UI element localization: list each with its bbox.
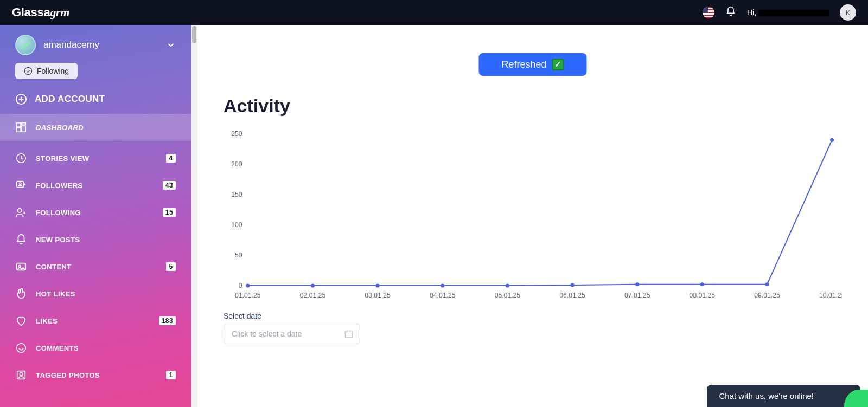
sidebar-item-content[interactable]: CONTENT5: [0, 253, 191, 280]
following-status-label: Following: [37, 67, 69, 75]
svg-point-10: [19, 183, 21, 185]
greeting-text: Hi,: [747, 8, 829, 17]
brand-logo: Glassagrm: [12, 5, 69, 20]
refreshed-toast: Refreshed ✓: [478, 53, 586, 76]
following-icon: [15, 206, 27, 218]
sidebar-item-tagged-photos[interactable]: TAGGED PHOTOS1: [0, 361, 191, 389]
thumbs-up-icon: [15, 288, 27, 300]
svg-rect-6: [22, 126, 25, 132]
svg-text:05.01.25: 05.01.25: [495, 292, 521, 299]
following-status-chip[interactable]: Following: [15, 63, 78, 79]
nav-divider: [0, 141, 191, 141]
page-title: Activity: [224, 95, 842, 117]
svg-rect-7: [17, 128, 21, 132]
svg-point-38: [570, 283, 574, 287]
svg-point-16: [20, 372, 23, 376]
check-circle-icon: [24, 67, 33, 75]
main-content: Refreshed ✓ Activity 05010015020025001.0…: [197, 25, 868, 407]
svg-point-41: [765, 282, 769, 286]
account-username: amandacerny: [43, 40, 158, 50]
svg-rect-43: [345, 331, 353, 338]
clock-icon: [15, 152, 27, 164]
comment-icon: [15, 342, 27, 354]
svg-text:04.01.25: 04.01.25: [430, 292, 456, 299]
svg-text:250: 250: [231, 130, 242, 138]
add-account-button[interactable]: ADD ACCOUNT: [0, 89, 191, 114]
sidebar-item-label: NEW POSTS: [36, 236, 176, 244]
svg-text:0: 0: [239, 282, 242, 289]
sidebar-badge: 43: [163, 181, 176, 190]
svg-rect-4: [17, 123, 21, 127]
tagged-icon: [15, 369, 27, 381]
sidebar-item-label: DASHBOARD: [36, 124, 176, 132]
followers-icon: [15, 179, 27, 191]
date-input-wrap: [224, 324, 360, 344]
chat-label: Chat with us, we're online!: [719, 391, 814, 400]
sidebar-item-dashboard[interactable]: DASHBOARD: [0, 114, 191, 141]
brand-part2: grm: [50, 5, 69, 19]
user-avatar[interactable]: K: [840, 4, 856, 21]
date-input[interactable]: [224, 324, 360, 344]
check-icon: ✓: [552, 59, 564, 70]
sidebar-item-following[interactable]: FOLLOWING15: [0, 199, 191, 226]
sidebar-item-label: STORIES VIEW: [36, 154, 157, 163]
sidebar-badge: 1: [166, 371, 176, 379]
svg-text:09.01.25: 09.01.25: [754, 292, 780, 299]
sidebar-scrollbar[interactable]: [191, 25, 197, 407]
select-date-label: Select date: [224, 312, 842, 320]
sidebar-item-stories-view[interactable]: STORIES VIEW4: [0, 145, 191, 172]
sidebar-badge: 5: [166, 262, 176, 271]
sidebar-badge: 183: [159, 316, 176, 325]
svg-point-35: [376, 284, 380, 288]
svg-text:50: 50: [235, 251, 242, 259]
svg-point-33: [246, 284, 250, 288]
account-selector[interactable]: amandacerny: [0, 35, 191, 63]
svg-point-36: [441, 284, 444, 288]
svg-text:03.01.25: 03.01.25: [365, 292, 391, 299]
svg-text:10.01.25: 10.01.25: [819, 292, 842, 299]
svg-point-37: [506, 284, 509, 288]
svg-text:01.01.25: 01.01.25: [235, 292, 261, 299]
bell-icon[interactable]: [725, 6, 736, 19]
sidebar-item-label: LIKES: [36, 317, 150, 325]
sidebar: amandacerny Following ADD ACCOUNT D: [0, 25, 191, 407]
sidebar-wrap: amandacerny Following ADD ACCOUNT D: [0, 25, 197, 407]
activity-chart: 05010015020025001.01.2502.01.2503.01.250…: [224, 128, 842, 302]
sidebar-item-label: FOLLOWERS: [36, 182, 154, 190]
sidebar-item-likes[interactable]: LIKES183: [0, 307, 191, 334]
chat-widget[interactable]: Chat with us, we're online!: [707, 385, 860, 407]
sidebar-item-label: CONTENT: [36, 263, 157, 271]
app-body: amandacerny Following ADD ACCOUNT D: [0, 25, 868, 407]
svg-text:06.01.25: 06.01.25: [559, 292, 585, 299]
sidebar-item-followers[interactable]: FOLLOWERS43: [0, 172, 191, 199]
svg-point-40: [700, 282, 704, 286]
svg-text:02.01.25: 02.01.25: [300, 292, 326, 299]
greeting-name-redacted: [758, 10, 829, 16]
sidebar-badge: 15: [163, 208, 176, 217]
svg-text:150: 150: [231, 191, 242, 198]
svg-point-14: [17, 344, 26, 353]
chart-svg: 05010015020025001.01.2502.01.2503.01.250…: [224, 128, 842, 302]
image-icon: [15, 261, 27, 273]
scrollbar-thumb[interactable]: [192, 26, 196, 43]
locale-flag-icon[interactable]: [703, 7, 714, 18]
account-avatar-icon: [15, 35, 36, 55]
topbar-right: Hi, K: [703, 4, 856, 21]
svg-point-34: [311, 284, 315, 288]
sidebar-badge: 4: [166, 154, 176, 163]
svg-text:08.01.25: 08.01.25: [690, 292, 716, 299]
dashboard-icon: [15, 121, 27, 133]
sidebar-item-label: FOLLOWING: [36, 209, 154, 217]
refreshed-label: Refreshed: [501, 59, 546, 70]
sidebar-item-label: TAGGED PHOTOS: [36, 371, 157, 379]
brand-part1: Glassa: [12, 5, 50, 19]
sidebar-item-hot-likes[interactable]: HOT LIKES: [0, 280, 191, 307]
sidebar-item-new-posts[interactable]: NEW POSTS: [0, 226, 191, 253]
svg-point-42: [830, 138, 834, 142]
sidebar-item-label: HOT LIKES: [36, 290, 176, 298]
sidebar-item-comments[interactable]: COMMENTS: [0, 334, 191, 361]
chevron-down-icon: [166, 40, 176, 50]
bell-icon: [15, 234, 27, 246]
topbar: Glassagrm Hi, K: [0, 0, 868, 25]
svg-text:100: 100: [231, 221, 242, 229]
